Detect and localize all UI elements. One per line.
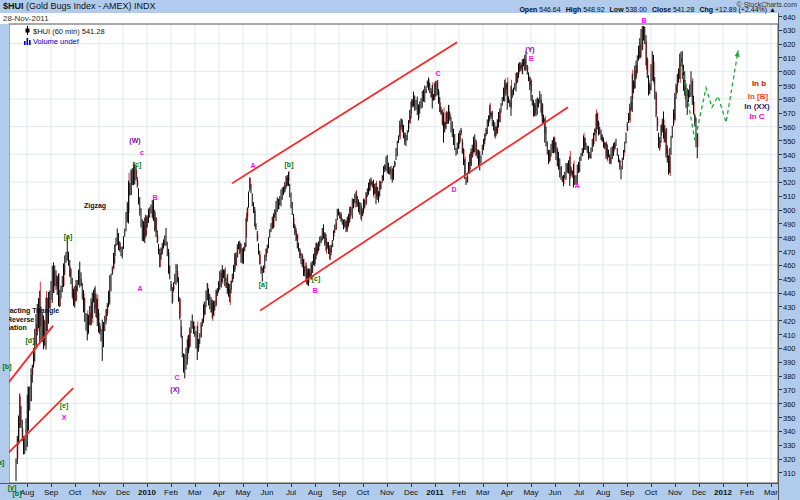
x-axis-label-2012: 2012: [714, 488, 732, 497]
legend-instrument-label: $HUI (60 min) 541.28: [33, 27, 105, 36]
y-axis-tick: [779, 196, 782, 197]
wave-label-C: C: [435, 70, 440, 77]
wave-label-A: A: [250, 162, 255, 169]
price-axis-band: 6406306206106005905805705605505405305205…: [778, 13, 800, 500]
x-axis-label-Oct: Oct: [645, 488, 657, 497]
x-axis-tick: [363, 484, 364, 487]
x-axis-tick: [315, 484, 316, 487]
y-axis-tick: [779, 210, 782, 211]
x-axis-label-Jun: Jun: [549, 488, 562, 497]
x-axis-label-Oct: Oct: [357, 488, 369, 497]
x-axis-label-Nov: Nov: [380, 488, 394, 497]
volume-bars-icon: [24, 37, 31, 47]
y-axis-label-570: 570: [783, 109, 796, 118]
y-axis-tick: [779, 168, 782, 169]
x-axis-label-Feb: Feb: [164, 488, 178, 497]
symbol-description: (Gold Bugs Index - AMEX) INDX: [24, 1, 156, 11]
y-axis-tick: [779, 71, 782, 72]
y-axis-label-340: 340: [783, 427, 796, 436]
wave-label-a: [a]: [64, 233, 73, 240]
y-axis-tick: [779, 403, 782, 404]
x-axis-tick: [387, 484, 388, 487]
y-axis-tick: [779, 140, 782, 141]
y-axis-tick: [779, 237, 782, 238]
y-axis-tick: [779, 306, 782, 307]
y-axis-label-480: 480: [783, 234, 796, 243]
y-axis-label-400: 400: [783, 344, 796, 353]
scenario-note-InC: In C: [749, 112, 764, 121]
ohlc-close: Close 541.28: [652, 6, 694, 13]
y-axis-label-330: 330: [783, 441, 796, 450]
y-axis-label-320: 320: [783, 455, 796, 464]
y-axis-label-490: 490: [783, 220, 796, 229]
x-axis-label-May: May: [235, 488, 250, 497]
x-axis-label-Nov: Nov: [92, 488, 106, 497]
x-axis-tick: [723, 484, 724, 487]
x-axis-tick: [651, 484, 652, 487]
x-axis-label-Aug: Aug: [308, 488, 322, 497]
y-axis-label-360: 360: [783, 400, 796, 409]
ohlc-open: Open 546.64: [519, 6, 560, 13]
left-margin-strip: [0, 24, 9, 483]
wave-label-X: X: [62, 414, 67, 421]
x-axis-tick: [291, 484, 292, 487]
symbol-ticker: $HUI: [3, 1, 24, 11]
chart-title: $HUI (Gold Bugs Index - AMEX) INDX: [3, 1, 156, 11]
y-axis-tick: [779, 376, 782, 377]
trendline-1: [232, 42, 457, 183]
y-axis-label-350: 350: [783, 414, 796, 423]
x-axis-tick: [75, 484, 76, 487]
x-axis-label-Jun: Jun: [261, 488, 274, 497]
y-axis-tick: [779, 431, 782, 432]
wave-label-c: [c]: [312, 275, 321, 282]
price-bars-black: [16, 26, 697, 481]
y-axis-tick: [779, 57, 782, 58]
x-axis-label-Mar: Mar: [476, 488, 490, 497]
y-axis-label-630: 630: [783, 26, 796, 35]
y-axis-label-640: 640: [783, 13, 796, 22]
chart-date: 28-Nov-2011: [3, 14, 49, 23]
wave-label-d: [d]: [26, 337, 35, 344]
wave-label-b: [b]: [13, 490, 22, 497]
wave-label-Zigzag: Zigzag: [84, 202, 106, 209]
x-axis-label-Dec: Dec: [404, 488, 418, 497]
y-axis-label-580: 580: [783, 95, 796, 104]
x-axis-label-Jul: Jul: [286, 488, 296, 497]
y-axis-label-590: 590: [783, 82, 796, 91]
y-axis-tick: [779, 320, 782, 321]
y-axis-label-550: 550: [783, 137, 796, 146]
legend-volume-label: Volume undef: [33, 37, 79, 46]
x-axis-tick: [507, 484, 508, 487]
x-axis-label-May: May: [523, 488, 538, 497]
wave-label-B: B: [152, 194, 157, 201]
legend-volume-row: Volume undef: [24, 37, 105, 47]
x-axis-label-Mar: Mar: [764, 488, 778, 497]
x-axis-tick: [99, 484, 100, 487]
wave-label-B: B: [312, 287, 317, 294]
x-axis-tick: [411, 484, 412, 487]
x-axis-tick: [555, 484, 556, 487]
x-axis-tick: [267, 484, 268, 487]
x-axis-tick: [171, 484, 172, 487]
x-axis-label-Dec: Dec: [116, 488, 130, 497]
y-axis-tick: [779, 182, 782, 183]
date-axis-band: AugSepOctNovDec2010FebMarAprMayJunJulAug…: [0, 483, 800, 500]
stockcharts-chart-window: $HUI (Gold Bugs Index - AMEX) INDX © Sto…: [0, 0, 800, 500]
x-axis-label-Aug: Aug: [20, 488, 34, 497]
y-axis-label-460: 460: [783, 261, 796, 270]
scenario-note-InB: In [B]: [748, 92, 768, 101]
wave-label-C: C: [174, 374, 179, 381]
candlestick-icon: [24, 26, 31, 37]
ohlc-quote-row: Open 546.64High 548.92Low 538.00Close 54…: [514, 6, 776, 13]
x-axis-label-Sep: Sep: [332, 488, 346, 497]
y-axis-tick: [779, 127, 782, 128]
y-axis-label-450: 450: [783, 275, 796, 284]
x-axis-label-Oct: Oct: [69, 488, 81, 497]
y-axis-tick: [779, 223, 782, 224]
y-axis-label-410: 410: [783, 331, 796, 340]
wave-label-X: (X): [170, 386, 179, 393]
y-axis-tick: [779, 113, 782, 114]
y-axis-tick: [779, 265, 782, 266]
x-axis-tick: [483, 484, 484, 487]
x-axis-tick: [147, 484, 148, 487]
